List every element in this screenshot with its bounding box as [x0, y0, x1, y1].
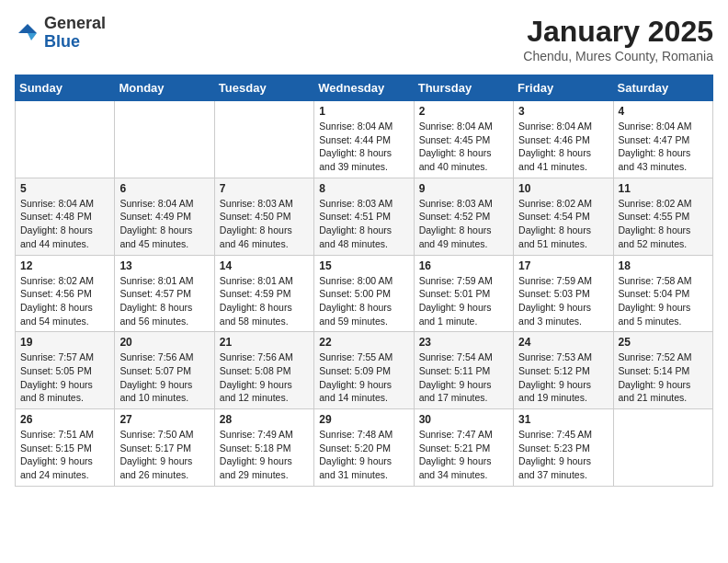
day-number: 10 — [518, 182, 608, 195]
day-cell: 18Sunrise: 7:58 AM Sunset: 5:04 PM Dayli… — [613, 255, 712, 332]
logo-icon — [15, 20, 40, 46]
day-cell: 19Sunrise: 7:57 AM Sunset: 5:05 PM Dayli… — [16, 332, 115, 409]
day-cell: 5Sunrise: 8:04 AM Sunset: 4:48 PM Daylig… — [16, 178, 115, 255]
week-row-1: 1Sunrise: 8:04 AM Sunset: 4:44 PM Daylig… — [16, 101, 713, 178]
day-cell: 8Sunrise: 8:03 AM Sunset: 4:51 PM Daylig… — [314, 178, 414, 255]
day-info: Sunrise: 7:57 AM Sunset: 5:05 PM Dayligh… — [20, 350, 109, 405]
day-cell: 2Sunrise: 8:04 AM Sunset: 4:45 PM Daylig… — [414, 101, 513, 178]
day-info: Sunrise: 8:04 AM Sunset: 4:46 PM Dayligh… — [518, 120, 608, 174]
day-cell: 25Sunrise: 7:52 AM Sunset: 5:14 PM Dayli… — [613, 332, 712, 409]
day-number: 19 — [20, 336, 109, 349]
day-number: 28 — [220, 413, 309, 426]
day-info: Sunrise: 7:52 AM Sunset: 5:14 PM Dayligh… — [619, 350, 708, 405]
day-info: Sunrise: 8:01 AM Sunset: 4:57 PM Dayligh… — [119, 274, 209, 328]
day-cell: 6Sunrise: 8:04 AM Sunset: 4:49 PM Daylig… — [115, 178, 214, 255]
logo-text: General Blue — [44, 15, 106, 52]
day-cell: 1Sunrise: 8:04 AM Sunset: 4:44 PM Daylig… — [314, 101, 414, 178]
day-cell: 31Sunrise: 7:45 AM Sunset: 5:23 PM Dayli… — [514, 409, 613, 487]
day-cell — [115, 101, 214, 178]
day-header-tuesday: Tuesday — [214, 75, 313, 101]
day-info: Sunrise: 7:49 AM Sunset: 5:18 PM Dayligh… — [220, 428, 309, 482]
logo-general: General — [44, 14, 106, 32]
day-cell: 7Sunrise: 8:03 AM Sunset: 4:50 PM Daylig… — [214, 178, 313, 255]
logo: General Blue — [15, 15, 106, 52]
day-info: Sunrise: 8:04 AM Sunset: 4:45 PM Dayligh… — [419, 120, 508, 174]
day-cell: 13Sunrise: 8:01 AM Sunset: 4:57 PM Dayli… — [115, 255, 214, 332]
day-info: Sunrise: 8:00 AM Sunset: 5:00 PM Dayligh… — [319, 274, 408, 328]
day-number: 27 — [119, 413, 209, 426]
day-cell: 23Sunrise: 7:54 AM Sunset: 5:11 PM Dayli… — [414, 332, 513, 409]
day-number: 30 — [419, 413, 508, 426]
day-number: 3 — [518, 105, 608, 118]
week-row-4: 19Sunrise: 7:57 AM Sunset: 5:05 PM Dayli… — [16, 332, 713, 409]
day-number: 16 — [419, 259, 508, 272]
title-block: January 2025 Chendu, Mures County, Roman… — [523, 15, 713, 63]
day-info: Sunrise: 8:03 AM Sunset: 4:52 PM Dayligh… — [419, 197, 508, 251]
day-info: Sunrise: 7:51 AM Sunset: 5:15 PM Dayligh… — [20, 428, 109, 482]
day-number: 24 — [518, 336, 608, 349]
day-header-wednesday: Wednesday — [314, 75, 414, 101]
day-number: 21 — [220, 336, 309, 349]
day-cell: 11Sunrise: 8:02 AM Sunset: 4:55 PM Dayli… — [613, 178, 712, 255]
day-info: Sunrise: 7:59 AM Sunset: 5:01 PM Dayligh… — [419, 274, 508, 328]
svg-marker-1 — [28, 33, 37, 40]
day-cell: 10Sunrise: 8:02 AM Sunset: 4:54 PM Dayli… — [514, 178, 613, 255]
day-number: 18 — [619, 259, 708, 272]
day-header-sunday: Sunday — [16, 75, 115, 101]
day-cell — [16, 101, 115, 178]
calendar-title: January 2025 — [523, 15, 713, 49]
day-cell: 20Sunrise: 7:56 AM Sunset: 5:07 PM Dayli… — [115, 332, 214, 409]
day-number: 6 — [119, 182, 209, 195]
day-info: Sunrise: 7:50 AM Sunset: 5:17 PM Dayligh… — [119, 428, 209, 482]
logo-blue: Blue — [44, 32, 80, 51]
day-number: 4 — [619, 105, 708, 118]
day-info: Sunrise: 8:04 AM Sunset: 4:44 PM Dayligh… — [319, 120, 408, 174]
day-header-friday: Friday — [514, 75, 613, 101]
day-cell: 4Sunrise: 8:04 AM Sunset: 4:47 PM Daylig… — [613, 101, 712, 178]
day-number: 7 — [220, 182, 309, 195]
day-cell: 29Sunrise: 7:48 AM Sunset: 5:20 PM Dayli… — [314, 409, 414, 487]
calendar-table: SundayMondayTuesdayWednesdayThursdayFrid… — [15, 75, 713, 487]
day-header-monday: Monday — [115, 75, 214, 101]
day-cell: 9Sunrise: 8:03 AM Sunset: 4:52 PM Daylig… — [414, 178, 513, 255]
day-info: Sunrise: 7:56 AM Sunset: 5:07 PM Dayligh… — [119, 350, 209, 405]
day-cell: 22Sunrise: 7:55 AM Sunset: 5:09 PM Dayli… — [314, 332, 414, 409]
day-number: 15 — [319, 259, 408, 272]
day-info: Sunrise: 8:04 AM Sunset: 4:49 PM Dayligh… — [119, 197, 209, 251]
day-cell: 14Sunrise: 8:01 AM Sunset: 4:59 PM Dayli… — [214, 255, 313, 332]
day-cell: 27Sunrise: 7:50 AM Sunset: 5:17 PM Dayli… — [115, 409, 214, 487]
day-header-thursday: Thursday — [414, 75, 513, 101]
svg-marker-0 — [18, 24, 37, 33]
day-cell: 16Sunrise: 7:59 AM Sunset: 5:01 PM Dayli… — [414, 255, 513, 332]
day-cell: 3Sunrise: 8:04 AM Sunset: 4:46 PM Daylig… — [514, 101, 613, 178]
page-header: General Blue January 2025 Chendu, Mures … — [15, 15, 713, 63]
day-info: Sunrise: 7:56 AM Sunset: 5:08 PM Dayligh… — [220, 350, 309, 405]
day-cell: 24Sunrise: 7:53 AM Sunset: 5:12 PM Dayli… — [514, 332, 613, 409]
week-row-2: 5Sunrise: 8:04 AM Sunset: 4:48 PM Daylig… — [16, 178, 713, 255]
day-info: Sunrise: 8:04 AM Sunset: 4:48 PM Dayligh… — [20, 197, 109, 251]
day-number: 25 — [619, 336, 708, 349]
day-info: Sunrise: 7:47 AM Sunset: 5:21 PM Dayligh… — [419, 428, 508, 482]
day-info: Sunrise: 8:03 AM Sunset: 4:50 PM Dayligh… — [220, 197, 309, 251]
day-info: Sunrise: 7:45 AM Sunset: 5:23 PM Dayligh… — [518, 428, 608, 482]
day-cell: 21Sunrise: 7:56 AM Sunset: 5:08 PM Dayli… — [214, 332, 313, 409]
day-cell: 17Sunrise: 7:59 AM Sunset: 5:03 PM Dayli… — [514, 255, 613, 332]
day-number: 9 — [419, 182, 508, 195]
day-number: 2 — [419, 105, 508, 118]
day-info: Sunrise: 8:01 AM Sunset: 4:59 PM Dayligh… — [220, 274, 309, 328]
day-info: Sunrise: 7:55 AM Sunset: 5:09 PM Dayligh… — [319, 350, 408, 405]
day-cell: 26Sunrise: 7:51 AM Sunset: 5:15 PM Dayli… — [16, 409, 115, 487]
day-number: 11 — [619, 182, 708, 195]
day-cell: 30Sunrise: 7:47 AM Sunset: 5:21 PM Dayli… — [414, 409, 513, 487]
day-cell: 28Sunrise: 7:49 AM Sunset: 5:18 PM Dayli… — [214, 409, 313, 487]
day-info: Sunrise: 7:59 AM Sunset: 5:03 PM Dayligh… — [518, 274, 608, 328]
day-info: Sunrise: 7:48 AM Sunset: 5:20 PM Dayligh… — [319, 428, 408, 482]
day-number: 5 — [20, 182, 109, 195]
day-number: 17 — [518, 259, 608, 272]
day-info: Sunrise: 7:53 AM Sunset: 5:12 PM Dayligh… — [518, 350, 608, 405]
day-info: Sunrise: 8:02 AM Sunset: 4:54 PM Dayligh… — [518, 197, 608, 251]
day-header-saturday: Saturday — [613, 75, 712, 101]
day-cell — [613, 409, 712, 487]
day-number: 31 — [518, 413, 608, 426]
day-number: 29 — [319, 413, 408, 426]
